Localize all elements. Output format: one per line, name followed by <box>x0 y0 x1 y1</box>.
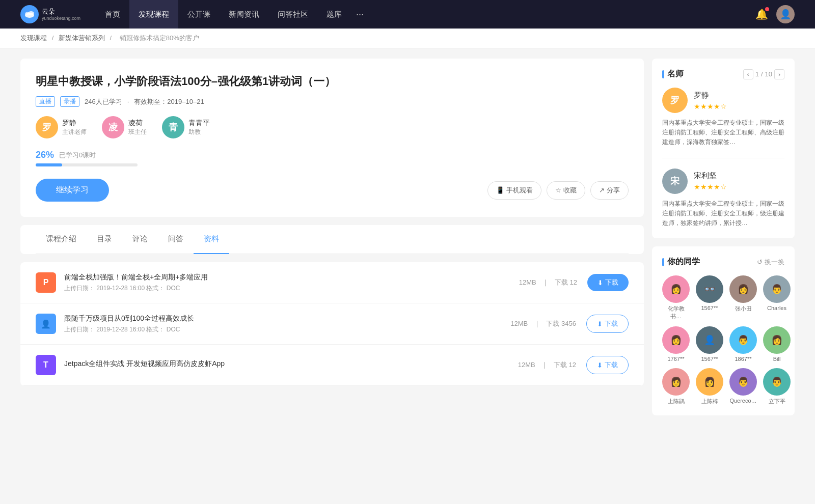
instructor-1-avatar: 凌 <box>102 116 124 138</box>
resource-0-icon: P <box>36 272 56 293</box>
tab-comment[interactable]: 评论 <box>122 225 158 254</box>
resource-2-downloads: 下载 12 <box>554 361 576 369</box>
resource-0-stats: 12MB ｜ 下载 12 <box>517 278 579 287</box>
classmate-3-name: Charles <box>767 305 786 311</box>
course-meta: 直播 录播 246人已学习 · 有效期至：2019–10–21 <box>36 96 629 107</box>
classmate-8-name: 上陈鹃 <box>668 398 685 405</box>
classmate-2-name: 张小田 <box>735 305 752 313</box>
course-title: 明星中教授课，小学阶段语法100分–强化级第1讲动词（一） <box>36 74 629 89</box>
progress-bar-fill <box>36 163 62 166</box>
user-avatar[interactable]: 👤 <box>776 5 795 23</box>
instructor-1-info: 凌荷 班主任 <box>128 119 147 136</box>
tabs: 课程介绍 目录 评论 问答 资料 <box>36 225 629 254</box>
instructor-2-name: 青青平 <box>188 119 210 128</box>
download-button-2[interactable]: ⬇ 下载 <box>586 356 629 374</box>
teacher-1: 宋 宋利坚 ★★★★☆ 国内某重点大学安全工程专业硕士，国家一级注册消防工程师、… <box>662 169 784 229</box>
teacher-0-meta: 罗静 ★★★★☆ <box>694 91 727 110</box>
breadcrumb-current: 销冠修炼术搞定80%的客户 <box>120 34 199 42</box>
resource-item-2: T Jetpack全组件实战 开发短视频应用高仿皮皮虾App 12MB ｜ 下载… <box>20 345 644 386</box>
logo-subtext: yunduoketang.com <box>42 16 80 21</box>
separator-dot: · <box>127 98 129 105</box>
collect-label: 收藏 <box>563 186 577 195</box>
classmates-card: 你的同学 ↺ 换一换 👩 化学教书… 👓 1567** <box>652 246 795 415</box>
logo-text: 云朵 <box>42 8 80 16</box>
resource-1-format: DOC <box>167 326 180 333</box>
download-2-icon: ⬇ <box>597 361 603 369</box>
progress-label: 已学习0课时 <box>59 151 96 160</box>
action-buttons: 📱 手机观看 ☆ 收藏 ↗ 分享 <box>487 181 629 200</box>
svg-point-2 <box>28 11 34 15</box>
resource-1-stats: 12MB ｜ 下载 3456 <box>508 319 578 328</box>
nav-quiz[interactable]: 题库 <box>317 0 351 29</box>
classmate-7: 👩 Bill <box>763 326 791 362</box>
resource-0-format: DOC <box>167 285 180 292</box>
teachers-title-text: 名师 <box>667 69 684 79</box>
share-button[interactable]: ↗ 分享 <box>590 181 629 200</box>
tab-qa[interactable]: 问答 <box>158 225 194 254</box>
progress-bar-background <box>36 163 138 166</box>
breadcrumb-series[interactable]: 新媒体营销系列 <box>59 34 105 42</box>
progress-percent: 26% <box>36 150 54 160</box>
instructor-2: 青 青青平 助教 <box>162 116 210 138</box>
tab-resource[interactable]: 资料 <box>194 225 229 254</box>
classmate-5-avatar: 👤 <box>696 326 723 354</box>
tag-record: 录播 <box>60 96 79 107</box>
download-button-1[interactable]: ⬇ 下载 <box>586 315 629 333</box>
classmate-4-name: 1767** <box>667 356 684 362</box>
page-sep: / <box>761 70 763 78</box>
tab-catalog[interactable]: 目录 <box>87 225 122 254</box>
classmate-7-name: Bill <box>773 356 781 362</box>
instructor-2-avatar: 青 <box>162 116 184 138</box>
download-button-0[interactable]: ⬇ 下载 <box>587 274 629 291</box>
download-0-label: 下载 <box>605 278 618 287</box>
collect-button[interactable]: ☆ 收藏 <box>547 181 585 200</box>
classmate-8: 👩 上陈鹃 <box>662 368 690 405</box>
page-next-button[interactable]: › <box>774 69 784 79</box>
teacher-0-avatar-text: 罗 <box>662 88 688 113</box>
page-prev-button[interactable]: ‹ <box>743 69 753 79</box>
resource-0-info: 前端全栈加强版！前端全栈+全周期+多端应用 上传日期： 2019-12-28 1… <box>64 273 509 293</box>
tab-intro[interactable]: 课程介绍 <box>36 225 87 254</box>
sidebar: 名师 ‹ 1 / 10 › 罗 罗静 ★★★★☆ <box>652 59 795 424</box>
teacher-1-meta: 宋利坚 ★★★★☆ <box>694 171 727 191</box>
classmate-1-avatar: 👓 <box>696 275 723 303</box>
instructor-0-info: 罗静 主讲老师 <box>62 119 87 136</box>
classmate-10-name: Quereco… <box>729 398 756 404</box>
resource-0-divider: ｜ <box>542 278 551 286</box>
phone-icon: 📱 <box>496 186 504 194</box>
nav-right: 🔔 👤 <box>755 5 795 23</box>
refresh-label: 换一换 <box>765 258 784 267</box>
teachers-title: 名师 ‹ 1 / 10 › <box>662 69 784 79</box>
classmate-10-avatar: 👨 <box>729 368 757 396</box>
resource-item-1: 👤 跟随千万级项目从0到100全过程高效成长 上传日期： 2019-12-28 … <box>20 303 644 345</box>
resource-2-icon: T <box>36 355 56 375</box>
resource-1-divider: ｜ <box>534 320 542 327</box>
teacher-1-desc: 国内某重点大学安全工程专业硕士，国家一级注册消防工程师、注册安全工程师，级注册建… <box>662 199 784 229</box>
breadcrumb-home[interactable]: 发现课程 <box>20 34 47 42</box>
classmate-6: 👨 1867** <box>729 326 757 362</box>
nav-public[interactable]: 公开课 <box>178 0 220 29</box>
resource-1-title: 跟随千万级项目从0到100全过程高效成长 <box>64 314 500 323</box>
resource-0-format-label: 格式： <box>146 285 165 292</box>
logo[interactable]: 云朵 yunduoketang.com <box>20 5 80 23</box>
breadcrumb: 发现课程 / 新媒体营销系列 / 销冠修炼术搞定80%的客户 <box>0 29 815 48</box>
nav-discover[interactable]: 发现课程 <box>129 0 178 29</box>
notification-bell[interactable]: 🔔 <box>755 8 768 20</box>
classmate-0-avatar: 👩 <box>662 275 690 303</box>
classmates-title-bar <box>662 258 664 266</box>
classmate-1-name: 1567** <box>701 305 718 311</box>
resource-1-date: 2019-12-28 16:00 <box>96 326 145 333</box>
nav-qa[interactable]: 问答社区 <box>268 0 317 29</box>
classmate-10: 👨 Quereco… <box>729 368 757 405</box>
nav-home[interactable]: 首页 <box>96 0 129 29</box>
refresh-button[interactable]: ↺ 换一换 <box>757 258 784 267</box>
resource-0-size: 12MB <box>519 278 536 286</box>
teacher-0-name: 罗静 <box>694 91 727 100</box>
continue-learning-button[interactable]: 继续学习 <box>36 179 109 202</box>
nav-more[interactable]: ··· <box>351 0 369 29</box>
student-count: 246人已学习 <box>85 97 122 106</box>
nav-news[interactable]: 新闻资讯 <box>220 0 268 29</box>
phone-watch-button[interactable]: 📱 手机观看 <box>487 181 541 200</box>
main-layout: 明星中教授课，小学阶段语法100分–强化级第1讲动词（一） 直播 录播 246人… <box>0 48 815 434</box>
download-1-icon: ⬇ <box>597 320 603 328</box>
